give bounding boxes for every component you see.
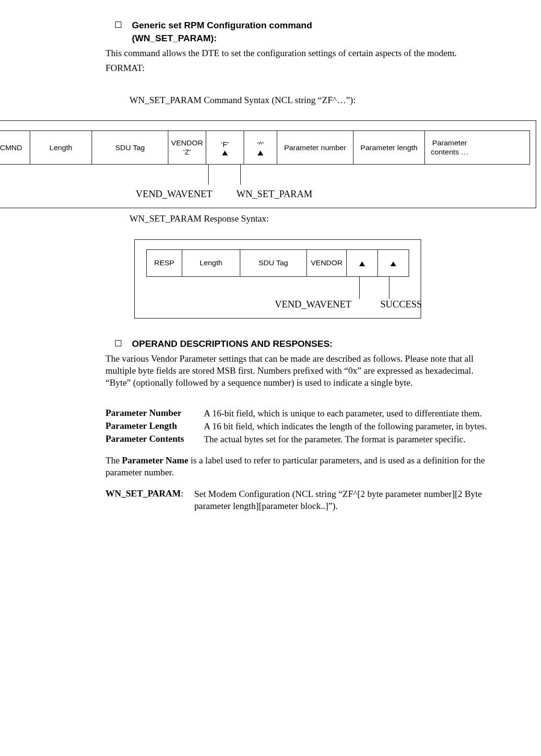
field-f-val: ‘F’ (221, 140, 229, 149)
field-resp-length: Length (182, 250, 240, 276)
heading-line1: Generic set RPM Configuration command (132, 20, 312, 30)
resp-field-row: RESP Length SDU Tag VENDOR (146, 249, 409, 277)
def-term: Parameter Contents (106, 434, 204, 446)
arrow-up-icon (359, 261, 365, 266)
field-resp: RESP (147, 250, 182, 276)
def-desc: The actual bytes set for the parameter. … (204, 434, 488, 446)
resp-syntax-title: WN_SET_PARAM Response Syntax: (129, 213, 488, 225)
label-resp-vend-wavenet: VEND_WAVENET (275, 299, 352, 310)
def-row: Parameter Length A 16 bit field, which i… (106, 421, 488, 433)
def-term: Parameter Number (106, 408, 204, 420)
def-desc: A 16-bit field, which is unique to each … (204, 408, 488, 420)
field-resp-sdu-tag: SDU Tag (240, 250, 307, 276)
def-row: Parameter Number A 16-bit field, which i… (106, 408, 488, 420)
bullet-operand-descriptions: OPERAND DESCRIPTIONS AND RESPONSES: (115, 338, 488, 351)
wn-set-param-desc: Set Modem Configuration (NCL string “ZF^… (194, 488, 488, 512)
operand-intro: The various Vendor Parameter settings th… (106, 353, 488, 389)
connector-line (208, 165, 209, 185)
field-f: ‘F’ (206, 131, 244, 164)
def-desc: A 16 bit field, which indicates the leng… (204, 421, 488, 433)
label-vend-wavenet: VEND_WAVENET (136, 189, 212, 200)
heading-operand: OPERAND DESCRIPTIONS AND RESPONSES: (132, 338, 332, 351)
field-vendor-z: VENDOR ‘Z’ (168, 131, 206, 164)
field-vendor-label: VENDOR (171, 139, 203, 148)
field-vendor-z-val: ‘Z’ (183, 148, 191, 157)
connector-line (240, 165, 241, 185)
arrow-up-icon (390, 261, 396, 266)
field-param-contents-l1: Parameter (432, 139, 467, 148)
field-param-length: Parameter length (353, 131, 425, 164)
field-resp-empty1 (347, 250, 378, 276)
square-bullet-icon (115, 340, 121, 346)
def-term: Parameter Length (106, 421, 204, 433)
format-label: FORMAT: (106, 62, 488, 74)
arrow-up-icon (258, 151, 263, 155)
def-row: Parameter Contents The actual bytes set … (106, 434, 488, 446)
cmd-syntax-title: WN_SET_PARAM Command Syntax (NCL string … (129, 94, 488, 106)
wn-set-param-def: WN_SET_PARAM: Set Modem Configuration (N… (106, 488, 488, 512)
arrow-up-icon (222, 151, 228, 155)
param-name-bold: Parameter Name (122, 455, 188, 465)
field-param-contents: Parameter contents … (425, 131, 474, 164)
field-resp-empty2 (378, 250, 409, 276)
field-param-contents-l2: contents … (431, 148, 468, 157)
field-caret: ‘^’ (244, 131, 277, 164)
connector-line (359, 277, 360, 299)
square-bullet-icon (115, 22, 121, 28)
parameter-definitions: Parameter Number A 16-bit field, which i… (106, 408, 488, 445)
connector-line (389, 277, 389, 299)
cmd-field-row: CMND Length SDU Tag VENDOR ‘Z’ ‘F’ ‘^’ P… (0, 130, 530, 165)
heading-line2: (WN_SET_PARAM): (132, 33, 217, 43)
field-sdu-tag: SDU Tag (92, 131, 168, 164)
label-resp-success: SUCCESS (380, 299, 422, 310)
field-length: Length (30, 131, 92, 164)
field-param-number: Parameter number (277, 131, 353, 164)
cmd-syntax-diagram: CMND Length SDU Tag VENDOR ‘Z’ ‘F’ ‘^’ P… (0, 120, 536, 208)
intro-paragraph: This command allows the DTE to set the c… (106, 47, 488, 59)
wn-set-param-term: WN_SET_PARAM: (106, 488, 194, 512)
field-cmnd: CMND (0, 131, 30, 164)
parameter-name-paragraph: The Parameter Name is a label used to re… (106, 455, 488, 478)
label-wn-set-param: WN_SET_PARAM (236, 189, 312, 200)
field-caret-val: ‘^’ (257, 140, 264, 149)
bullet-generic-set-rpm: Generic set RPM Configuration command (W… (115, 19, 488, 45)
field-resp-vendor: VENDOR (307, 250, 347, 276)
resp-syntax-diagram: RESP Length SDU Tag VENDOR VEND_WAVENET (134, 239, 421, 319)
